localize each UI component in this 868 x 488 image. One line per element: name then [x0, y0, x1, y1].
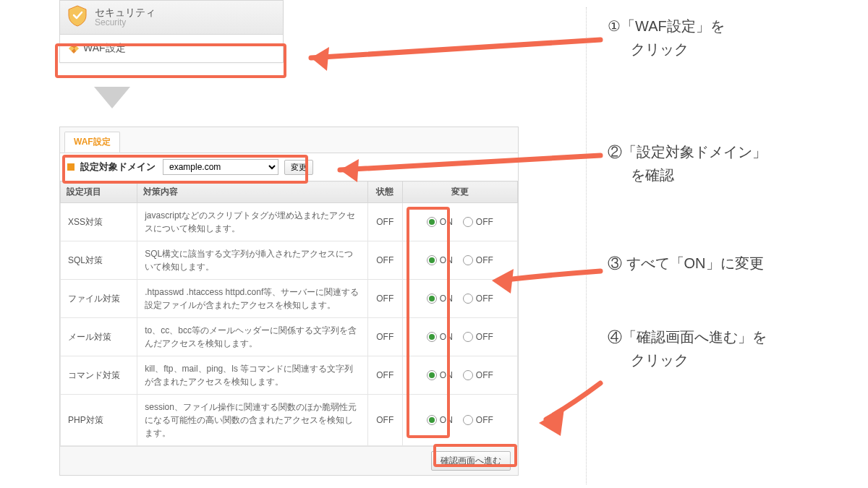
- domain-select[interactable]: example.com: [163, 159, 278, 175]
- domain-row: 設定対象ドメイン example.com 変更: [60, 153, 518, 181]
- col-item: 設定項目: [61, 181, 137, 203]
- domain-change-button[interactable]: 変更: [284, 160, 313, 175]
- radio-off-label: OFF: [476, 217, 493, 227]
- table-row: コマンド対策kill、ftp、mail、ping、ls 等コマンドに関連する文字…: [61, 356, 518, 395]
- row-state: OFF: [367, 203, 402, 241]
- col-state: 状態: [367, 181, 402, 203]
- radio-on-label: ON: [440, 370, 453, 380]
- radio-icon: [427, 255, 437, 265]
- radio-icon: [463, 217, 473, 227]
- radio-off-label: OFF: [476, 294, 493, 304]
- radio-on-label: ON: [440, 255, 453, 265]
- radio-off[interactable]: OFF: [463, 255, 493, 265]
- row-item: PHP対策: [61, 395, 137, 446]
- row-item: XSS対策: [61, 203, 137, 241]
- radio-off[interactable]: OFF: [463, 332, 493, 342]
- row-state: OFF: [367, 241, 402, 280]
- row-state: OFF: [367, 280, 402, 318]
- steps-annotations: ①「WAF設定」を クリック ②「設定対象ドメイン」 を確認 ③ すべて「ON」…: [608, 14, 846, 408]
- diamond-icon: [70, 45, 77, 52]
- radio-icon: [427, 415, 437, 425]
- sidebar-item-label: WAF設定: [83, 42, 126, 55]
- settings-table: 設定項目 対策内容 状態 変更 XSS対策javascriptなどのスクリプトタ…: [60, 181, 518, 446]
- vertical-divider: [586, 7, 587, 484]
- radio-icon: [427, 332, 437, 342]
- row-state: OFF: [367, 318, 402, 356]
- row-change: ONOFF: [402, 280, 517, 318]
- row-change: ONOFF: [402, 318, 517, 356]
- radio-off[interactable]: OFF: [463, 217, 493, 227]
- shield-icon: [67, 5, 88, 30]
- row-change: ONOFF: [402, 203, 517, 241]
- row-state: OFF: [367, 395, 402, 446]
- radio-on-label: ON: [440, 294, 453, 304]
- table-row: XSS対策javascriptなどのスクリプトタグが埋め込まれたアクセスについて…: [61, 203, 518, 241]
- security-card-title-jp: セキュリティ: [95, 7, 156, 18]
- radio-icon: [463, 370, 473, 380]
- row-item: ファイル対策: [61, 280, 137, 318]
- radio-on[interactable]: ON: [427, 294, 453, 304]
- step-2: ②「設定対象ドメイン」 を確認: [608, 140, 846, 187]
- row-desc: kill、ftp、mail、ping、ls 等コマンドに関連する文字列が含まれた…: [137, 356, 368, 395]
- radio-on[interactable]: ON: [427, 415, 453, 425]
- radio-off-label: OFF: [476, 370, 493, 380]
- radio-off[interactable]: OFF: [463, 294, 493, 304]
- waf-settings-panel: WAF設定 設定対象ドメイン example.com 変更 設定項目 対策内容 …: [59, 127, 519, 476]
- tab-waf[interactable]: WAF設定: [64, 132, 120, 153]
- radio-icon: [427, 370, 437, 380]
- row-state: OFF: [367, 356, 402, 395]
- radio-icon: [463, 255, 473, 265]
- table-row: メール対策to、cc、bcc等のメールヘッダーに関係する文字列を含んだアクセスを…: [61, 318, 518, 356]
- sidebar-item-waf[interactable]: WAF設定: [60, 35, 283, 62]
- radio-icon: [427, 294, 437, 304]
- svg-marker-3: [539, 408, 564, 436]
- row-desc: session、ファイル操作に関連する関数のほか脆弱性元になる可能性の高い関数の…: [137, 395, 368, 446]
- radio-off-label: OFF: [476, 332, 493, 342]
- table-row: PHP対策session、ファイル操作に関連する関数のほか脆弱性元になる可能性の…: [61, 395, 518, 446]
- radio-on[interactable]: ON: [427, 217, 453, 227]
- security-card-title-en: Security: [95, 18, 156, 28]
- tab-row: WAF設定: [60, 127, 518, 153]
- row-item: SQL対策: [61, 241, 137, 280]
- radio-icon: [427, 217, 437, 227]
- row-item: メール対策: [61, 318, 137, 356]
- row-change: ONOFF: [402, 241, 517, 280]
- panel-footer: 確認画面へ進む: [60, 446, 518, 475]
- table-row: ファイル対策.htpasswd .htaccess httpd.conf等、サー…: [61, 280, 518, 318]
- domain-row-label: 設定対象ドメイン: [80, 160, 156, 174]
- confirm-button[interactable]: 確認画面へ進む: [431, 451, 511, 471]
- row-item: コマンド対策: [61, 356, 137, 395]
- radio-on-label: ON: [440, 332, 453, 342]
- flow-arrow-icon: [94, 87, 130, 108]
- security-card-header: セキュリティ Security: [60, 1, 283, 35]
- row-change: ONOFF: [402, 395, 517, 446]
- radio-on[interactable]: ON: [427, 370, 453, 380]
- col-change: 変更: [402, 181, 517, 203]
- radio-off-label: OFF: [476, 255, 493, 265]
- radio-on[interactable]: ON: [427, 332, 453, 342]
- square-bullet-icon: [67, 163, 75, 171]
- radio-icon: [463, 332, 473, 342]
- row-change: ONOFF: [402, 356, 517, 395]
- step-4: ④「確認画面へ進む」を クリック: [608, 325, 846, 372]
- security-card: セキュリティ Security WAF設定: [59, 0, 284, 63]
- radio-off[interactable]: OFF: [463, 415, 493, 425]
- radio-off-label: OFF: [476, 415, 493, 425]
- radio-on-label: ON: [440, 415, 453, 425]
- col-desc: 対策内容: [137, 181, 368, 203]
- step-1: ①「WAF設定」を クリック: [608, 14, 846, 61]
- radio-on-label: ON: [440, 217, 453, 227]
- row-desc: SQL構文に該当する文字列が挿入されたアクセスについて検知します。: [137, 241, 368, 280]
- svg-marker-0: [311, 47, 329, 71]
- radio-off[interactable]: OFF: [463, 370, 493, 380]
- row-desc: javascriptなどのスクリプトタグが埋め込まれたアクセスについて検知します…: [137, 203, 368, 241]
- row-desc: .htpasswd .htaccess httpd.conf等、サーバーに関連す…: [137, 280, 368, 318]
- radio-icon: [463, 294, 473, 304]
- table-row: SQL対策SQL構文に該当する文字列が挿入されたアクセスについて検知します。OF…: [61, 241, 518, 280]
- radio-icon: [463, 415, 473, 425]
- radio-on[interactable]: ON: [427, 255, 453, 265]
- row-desc: to、cc、bcc等のメールヘッダーに関係する文字列を含んだアクセスを検知します…: [137, 318, 368, 356]
- step-3: ③ すべて「ON」に変更: [608, 252, 846, 275]
